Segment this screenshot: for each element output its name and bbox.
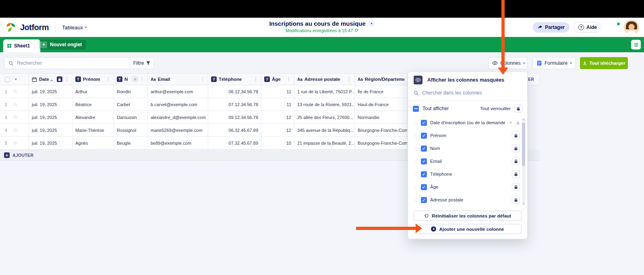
- column-header-age[interactable]: 7 Âge ⋮: [261, 74, 294, 85]
- share-button[interactable]: Partager: [533, 22, 569, 33]
- table-cell[interactable]: Béatrice: [72, 98, 114, 111]
- column-menu-icon[interactable]: ⋮: [140, 76, 145, 82]
- lock-icon[interactable]: [512, 183, 520, 191]
- title-chevron-icon[interactable]: ▾: [369, 21, 375, 27]
- lock-icon[interactable]: [512, 131, 520, 140]
- scrollbar[interactable]: ▲ ▼: [522, 118, 525, 205]
- chevron-down-icon[interactable]: ▾: [15, 77, 17, 81]
- drag-handle-icon[interactable]: ⋮⋮: [413, 133, 418, 138]
- help-button[interactable]: ? Aide: [574, 22, 602, 33]
- table-cell[interactable]: marie5269@exemple.com: [148, 124, 208, 136]
- download-all-button[interactable]: Tout télécharger: [580, 57, 628, 69]
- table-cell[interactable]: Bourgogne-Franche-Comté: [355, 137, 408, 149]
- column-menu-icon[interactable]: ⋮: [253, 76, 258, 82]
- add-new-column-button[interactable]: + Ajouter une nouvelle colonne: [414, 224, 522, 234]
- new-tab-button[interactable]: + Nouvel onglet: [39, 40, 86, 49]
- table-cell[interactable]: 10: [261, 137, 294, 149]
- table-cell[interactable]: Alexandre: [72, 111, 114, 123]
- column-header-telephone[interactable]: 7 Téléphone ⋮: [208, 74, 261, 85]
- table-cell[interactable]: Daroussin: [114, 111, 148, 123]
- column-header-date[interactable]: Date ... ⋮: [29, 74, 72, 85]
- columns-search-box[interactable]: [408, 87, 527, 101]
- column-menu-icon[interactable]: ⋮: [106, 76, 111, 82]
- table-cell[interactable]: 07.12.34.56.78: [208, 98, 261, 111]
- table-cell[interactable]: Agnès: [72, 137, 114, 149]
- show-all-checkbox[interactable]: [413, 106, 419, 112]
- table-cell[interactable]: 11: [261, 98, 294, 111]
- table-cell[interactable]: 1 rue de la Liberté, 75012 P...: [294, 85, 355, 98]
- table-cell[interactable]: 25 allée des Fleurs, 27600...: [294, 111, 355, 123]
- table-cell[interactable]: 06.32.45.67.89: [208, 124, 261, 136]
- drag-handle-icon[interactable]: ⋮⋮: [413, 146, 418, 151]
- star-icon[interactable]: ☆: [13, 101, 18, 107]
- table-cell[interactable]: Rossignol: [114, 124, 148, 136]
- table-cell[interactable]: alexandre_d@exemple.com: [148, 111, 208, 123]
- column-toggle-item[interactable]: ⋮⋮✓Nom: [413, 142, 520, 155]
- select-all-checkbox[interactable]: [5, 77, 10, 82]
- column-toggle-item[interactable]: ⋮⋮✓Adresse postale: [413, 193, 520, 206]
- row-select-cell[interactable]: 2☆: [0, 98, 29, 111]
- lock-all-button[interactable]: [514, 105, 522, 113]
- tab-sheet1[interactable]: Sheet1 ⋮: [3, 39, 40, 52]
- column-toggle-item[interactable]: ⋮⋮✓Date d'inscription (ou de la demande): [413, 116, 520, 129]
- drag-handle-icon[interactable]: ⋮⋮: [413, 198, 418, 202]
- table-cell[interactable]: arthur@exemple.com: [148, 85, 208, 98]
- table-cell[interactable]: 07.32.45.67.89: [208, 137, 261, 149]
- column-toggle-item[interactable]: ⋮⋮✓Prénom: [413, 129, 520, 142]
- column-toggle-item[interactable]: ⋮⋮✓Téléphone: [413, 168, 520, 181]
- scroll-down-icon[interactable]: ▼: [522, 203, 525, 205]
- column-checkbox[interactable]: ✓: [421, 197, 427, 203]
- table-cell[interactable]: juil. 19, 2025: [29, 124, 72, 136]
- table-cell[interactable]: Haut-de-France: [355, 98, 408, 111]
- table-cell[interactable]: Rondin: [114, 85, 148, 98]
- search-box[interactable]: Filtre: [4, 57, 154, 69]
- table-cell[interactable]: juil. 19, 2025: [29, 85, 72, 98]
- star-icon[interactable]: ☆: [13, 88, 18, 94]
- table-cell[interactable]: Bourgogne-Franche-Comté: [355, 124, 408, 136]
- column-menu-icon[interactable]: ⋮: [347, 76, 352, 82]
- drag-handle-icon[interactable]: ⋮⋮: [413, 185, 418, 189]
- lock-icon[interactable]: [512, 196, 520, 204]
- table-cell[interactable]: be89@exemple.com: [148, 137, 208, 149]
- lock-icon[interactable]: [512, 144, 520, 152]
- column-checkbox[interactable]: ✓: [421, 146, 427, 152]
- column-checkbox[interactable]: ✓: [421, 158, 427, 164]
- lock-icon[interactable]: [516, 121, 520, 125]
- row-select-cell[interactable]: 4☆: [0, 124, 29, 136]
- table-cell[interactable]: Beugle: [114, 137, 148, 149]
- table-cell[interactable]: Arthur: [72, 85, 114, 98]
- row-select-cell[interactable]: 5☆: [0, 137, 29, 149]
- column-header-adresse[interactable]: Aa Adresse postale ⋮: [294, 74, 355, 85]
- column-checkbox[interactable]: ✓: [421, 184, 427, 190]
- reset-columns-button[interactable]: Réinitialiser les colonnes par défaut: [414, 211, 522, 221]
- lock-icon[interactable]: [512, 170, 520, 178]
- search-input[interactable]: [17, 60, 130, 66]
- table-cell[interactable]: b.carvet@exemple.com: [148, 98, 208, 111]
- table-cell[interactable]: 09.12.34.56.78: [208, 111, 261, 123]
- table-cell[interactable]: 06.12.34.56.78: [208, 85, 261, 98]
- tab-list-button[interactable]: [631, 40, 641, 49]
- table-cell[interactable]: 12: [261, 111, 294, 123]
- lock-icon[interactable]: [512, 157, 520, 165]
- column-header-prenom[interactable]: T Prénom ⋮: [72, 74, 114, 85]
- form-button[interactable]: Formulaire ▾: [532, 57, 576, 69]
- table-cell[interactable]: Île de France: [355, 85, 408, 98]
- scroll-up-icon[interactable]: ▲: [522, 118, 525, 121]
- tab-menu-icon[interactable]: ⋮: [32, 43, 37, 49]
- row-select-cell[interactable]: 1☆: [0, 85, 29, 98]
- drag-handle-icon[interactable]: ⋮⋮: [413, 172, 418, 176]
- table-cell[interactable]: 13 route de la Rivière, 5921...: [294, 98, 355, 111]
- select-all-cell[interactable]: ▾: [0, 74, 29, 85]
- column-toggle-item[interactable]: ⋮⋮✓Âge: [413, 181, 520, 193]
- filter-button[interactable]: Filtre: [130, 57, 154, 69]
- table-cell[interactable]: 345 avenue de la Républiq...: [294, 124, 355, 136]
- column-menu-icon[interactable]: ⋮: [64, 76, 69, 82]
- scrollbar-thumb[interactable]: [522, 123, 525, 166]
- star-icon[interactable]: ☆: [13, 114, 18, 120]
- table-cell[interactable]: Normandie: [355, 111, 408, 123]
- column-checkbox[interactable]: ✓: [421, 171, 427, 177]
- row-select-cell[interactable]: 3☆: [0, 111, 29, 123]
- jotform-logo-icon[interactable]: [6, 22, 16, 33]
- table-cell[interactable]: 21 impasse de la Beauté, 2...: [294, 137, 355, 149]
- column-header-nom[interactable]: T N ⊞ ⋮: [114, 74, 148, 85]
